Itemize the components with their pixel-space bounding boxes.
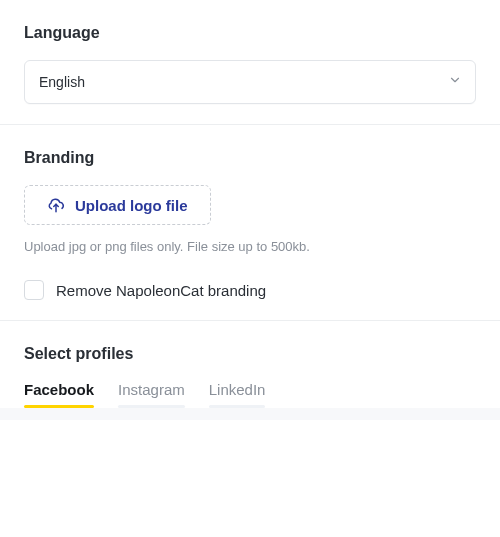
branding-title: Branding <box>24 149 476 167</box>
tab-instagram[interactable]: Instagram <box>118 381 185 408</box>
upload-logo-button[interactable]: Upload logo file <box>24 185 211 225</box>
tab-label: LinkedIn <box>209 381 266 398</box>
tab-linkedin[interactable]: LinkedIn <box>209 381 266 408</box>
select-profiles-section: Select profiles Facebook Instagram Linke… <box>0 321 500 408</box>
language-section: Language English <box>0 0 500 124</box>
remove-branding-label: Remove NapoleonCat branding <box>56 282 266 299</box>
language-select-value: English <box>39 74 85 90</box>
tab-facebook[interactable]: Facebook <box>24 381 94 408</box>
language-select-wrap: English <box>24 60 476 104</box>
branding-section: Branding Upload logo file Upload jpg or … <box>0 125 500 320</box>
language-title: Language <box>24 24 476 42</box>
profile-tabs: Facebook Instagram LinkedIn <box>24 381 476 408</box>
upload-logo-label: Upload logo file <box>75 197 188 214</box>
language-select[interactable]: English <box>24 60 476 104</box>
remove-branding-checkbox[interactable] <box>24 280 44 300</box>
remove-branding-row: Remove NapoleonCat branding <box>24 280 476 300</box>
upload-cloud-icon <box>47 196 65 214</box>
bottom-fade <box>0 408 500 420</box>
tab-label: Facebook <box>24 381 94 398</box>
upload-helper-text: Upload jpg or png files only. File size … <box>24 239 476 254</box>
select-profiles-title: Select profiles <box>24 345 476 363</box>
tab-label: Instagram <box>118 381 185 398</box>
